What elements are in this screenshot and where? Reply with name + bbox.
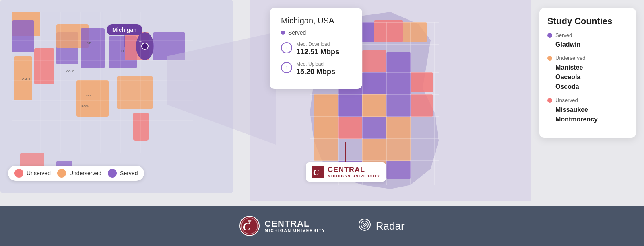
svg-rect-65 [386, 161, 411, 179]
svg-rect-43 [362, 117, 386, 139]
svg-rect-51 [362, 139, 386, 161]
svg-text:S.D.: S.D. [87, 42, 92, 45]
info-card: Michigan, USA Served ↓ Med. Download 112… [270, 8, 362, 89]
underserved-label: Underserved [69, 170, 101, 176]
svg-rect-41 [338, 94, 362, 117]
svg-text:COLO: COLO [66, 70, 74, 73]
main-content: CALIF COLO S.D. OKLA TEXAS ILL MI Michig… [0, 0, 644, 206]
cmu-text-map: CENTRAL MICHIGAN UNIVERSITY [328, 166, 380, 178]
unserved-group-label: Unserved [547, 97, 628, 103]
svg-rect-42 [386, 72, 411, 94]
svg-rect-49 [386, 117, 411, 139]
upload-value: 15.20 Mbps [296, 68, 335, 76]
svg-point-29 [142, 43, 148, 49]
unserved-label: Unserved [27, 170, 51, 176]
svg-point-87 [364, 224, 365, 226]
svg-rect-4 [34, 48, 54, 84]
svg-rect-7 [80, 28, 105, 68]
served-dot [108, 169, 117, 178]
download-icon: ↓ [281, 42, 292, 53]
svg-rect-40 [362, 72, 386, 94]
manistee-county: Manistee [555, 63, 628, 72]
montmorency-county: Montmorency [555, 115, 628, 124]
gladwin-county: Gladwin [555, 40, 628, 49]
underserved-group-label: Underserved [547, 55, 628, 61]
study-group-served: Served Gladwin [547, 32, 628, 49]
study-counties-title: Study Counties [547, 16, 628, 27]
state-name: Michigan [281, 16, 313, 25]
served-group-dot [547, 33, 552, 38]
footer-cmu-logo: C CENTRAL MICHIGAN UNIVERSITY [239, 216, 325, 236]
study-counties-panel: Study Counties Served Gladwin Underserve… [539, 8, 636, 138]
zoom-connector [155, 32, 276, 145]
svg-rect-44 [386, 94, 411, 117]
served-label: Served [120, 170, 138, 176]
svg-rect-47 [314, 94, 338, 117]
unserved-dot [14, 169, 23, 178]
svg-rect-62 [411, 94, 433, 117]
footer-central-text: CENTRAL [264, 219, 325, 228]
status-dot [281, 31, 285, 35]
svg-rect-52 [386, 139, 411, 161]
unserved-group-text: Unserved [555, 97, 578, 103]
download-metric: ↓ Med. Download 112.51 Mbps [281, 41, 351, 56]
served-group-text: Served [555, 32, 572, 38]
cmu-logo-map: C CENTRAL MICHIGAN UNIVERSITY [306, 162, 386, 182]
download-label: Med. Download [296, 41, 339, 47]
radar-text: Radar [376, 220, 405, 232]
country-name: , USA [313, 16, 334, 25]
footer-bar: C CENTRAL MICHIGAN UNIVERSITY Radar [0, 206, 644, 246]
upload-label: Med. Upload [296, 61, 335, 67]
svg-rect-55 [374, 20, 402, 42]
status-text: Served [288, 29, 306, 36]
svg-rect-12 [117, 76, 153, 109]
svg-rect-59 [386, 52, 411, 72]
svg-rect-45 [338, 117, 362, 139]
svg-rect-56 [402, 22, 427, 42]
legend-served: Served [108, 169, 138, 178]
svg-marker-37 [167, 32, 276, 145]
svg-text:C: C [313, 167, 319, 177]
info-status: Served [281, 29, 351, 36]
michigan-label: Michigan [107, 24, 142, 35]
footer-radar: Radar [358, 218, 405, 234]
underserved-group-text: Underserved [555, 55, 585, 61]
footer-divider [342, 216, 342, 236]
upload-icon: ↑ [281, 62, 292, 73]
underserved-group-dot [547, 56, 552, 61]
missaukee-county: Missaukee [555, 105, 628, 115]
svg-text:MI: MI [139, 40, 142, 43]
footer-michigan-text: MICHIGAN UNIVERSITY [264, 228, 325, 233]
map-legend: Unserved Underserved Served [8, 166, 144, 181]
osceola-county: Osceola [555, 72, 628, 82]
radar-icon [358, 218, 371, 234]
cmu-icon-map: C [312, 166, 324, 178]
footer-cmu-text: CENTRAL MICHIGAN UNIVERSITY [264, 219, 325, 233]
svg-rect-48 [314, 117, 338, 139]
legend-unserved: Unserved [14, 169, 51, 178]
svg-rect-46 [362, 94, 386, 117]
svg-text:ILL: ILL [121, 50, 125, 53]
svg-rect-2 [12, 20, 34, 52]
svg-text:CALIF: CALIF [22, 78, 30, 81]
svg-text:OKLA: OKLA [85, 94, 91, 97]
study-group-underserved: Underserved Manistee Osceola Oscoda [547, 55, 628, 92]
oscoda-county: Oscoda [555, 82, 628, 92]
upload-metric: ↑ Med. Upload 15.20 Mbps [281, 61, 351, 76]
cmu-central-text-map: CENTRAL [328, 166, 380, 174]
legend-underserved: Underserved [57, 169, 101, 178]
info-card-title: Michigan, USA [281, 16, 351, 25]
cmu-sub-text-map: MICHIGAN UNIVERSITY [328, 174, 380, 178]
download-value: 112.51 Mbps [296, 48, 339, 56]
svg-rect-58 [362, 50, 386, 72]
served-group-label: Served [547, 32, 628, 38]
underserved-dot [57, 169, 66, 178]
svg-rect-61 [411, 72, 433, 92]
footer-cmu-icon: C [239, 216, 260, 236]
svg-text:TEXAS: TEXAS [80, 105, 89, 107]
unserved-group-dot [547, 98, 552, 103]
svg-rect-50 [314, 139, 338, 161]
study-group-unserved: Unserved Missaukee Montmorency [547, 97, 628, 124]
svg-rect-8 [76, 80, 109, 117]
